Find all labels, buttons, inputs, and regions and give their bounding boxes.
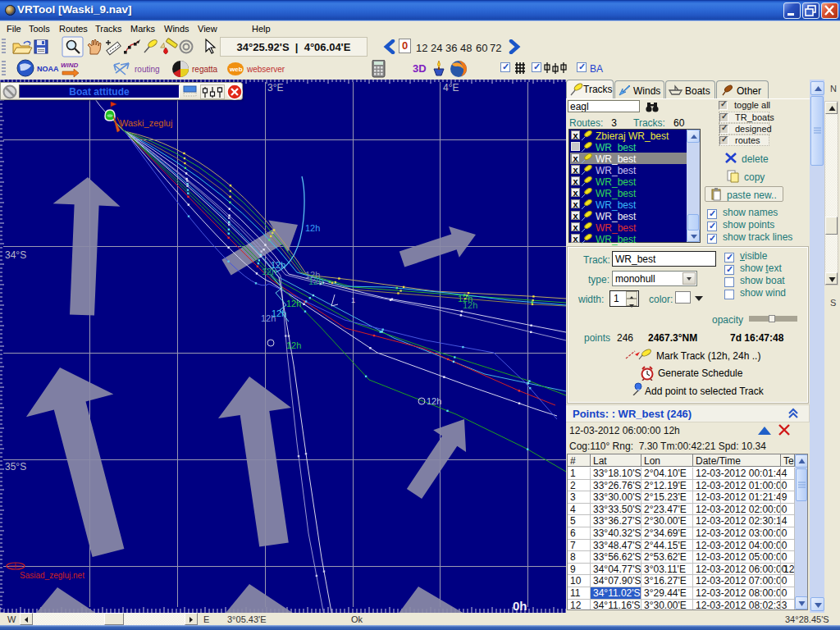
svg-text:12h: 12h xyxy=(305,223,320,233)
svg-text:Sasiad_zegluj.net: Sasiad_zegluj.net xyxy=(20,571,84,580)
svg-text:1: 1 xyxy=(351,296,355,304)
svg-text:0h: 0h xyxy=(513,599,527,613)
svg-text:web: web xyxy=(229,66,243,73)
svg-text:4°E: 4°E xyxy=(443,82,459,94)
svg-text:3°E: 3°E xyxy=(267,82,283,94)
svg-text:34°S: 34°S xyxy=(5,249,26,261)
svg-text:12h: 12h xyxy=(286,340,301,350)
svg-text:12h: 12h xyxy=(463,300,477,310)
svg-text:12h: 12h xyxy=(308,276,323,286)
svg-text:12h: 12h xyxy=(286,299,301,308)
svg-text:12h: 12h xyxy=(427,396,441,406)
svg-text:35°S: 35°S xyxy=(5,461,26,472)
svg-text:WiND: WiND xyxy=(61,62,78,69)
svg-text:12h: 12h xyxy=(262,267,276,276)
svg-text:Waski_zegluj: Waski_zegluj xyxy=(120,118,172,128)
svg-text:12h: 12h xyxy=(261,313,276,323)
